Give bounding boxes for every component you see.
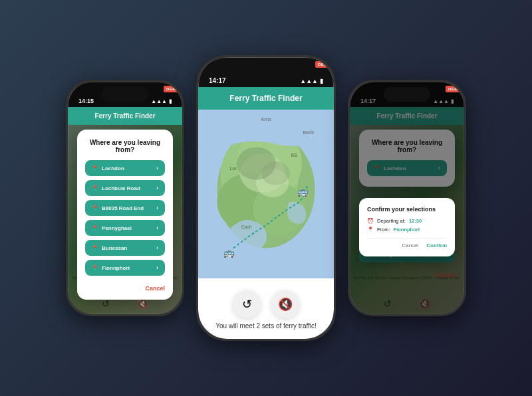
bus-icon-right: 🚌: [297, 186, 309, 197]
chevron-lochbuie: ›: [156, 185, 158, 191]
dynamic-island-right: [384, 87, 430, 102]
center-map: 🚌 🚌 Arns B849 Loc BB Cach: [198, 98, 334, 294]
pin-icon-b8035: 📍: [92, 205, 98, 211]
loc-name-pennyghael: Pennyghael: [102, 225, 132, 231]
mute-button-center[interactable]: 🔇: [271, 290, 299, 318]
status-icons-left: ▲▲▲ ▮: [151, 98, 172, 104]
dynamic-island-left: [102, 87, 148, 102]
confirm-from-label: From:: [377, 227, 390, 233]
confirm-from-value: Fionnphort: [394, 227, 420, 233]
cancel-button-left[interactable]: Cancel: [145, 285, 165, 292]
chevron-bunessan: ›: [156, 245, 158, 251]
map-label-cach: Cach: [241, 225, 252, 229]
pin-icon-pennyghael: 📍: [92, 225, 98, 231]
loc-left-pennyghael: 📍 Pennyghael: [92, 225, 132, 231]
ferry-message: You will meet 2 sets of ferry traffic!: [198, 322, 334, 330]
confirm-confirm-button[interactable]: Confirm: [426, 243, 447, 248]
pin-icon-lochbuie: 📍: [92, 185, 98, 191]
dialog-cancel-left: Cancel: [85, 281, 165, 293]
bottom-icons-left: ↺ 🔇: [68, 298, 182, 309]
map-label-bb: BB: [291, 153, 298, 157]
loc-left-fionnphort: 📍 Fionnphort: [92, 265, 130, 271]
confirm-from-row: 📍 From: Fionnphort: [367, 227, 447, 233]
loc-name-fionnphort: Fionnphort: [102, 265, 130, 271]
pin-icon-confirm: 📍: [367, 227, 374, 233]
confirm-departing-value: 12:30: [409, 218, 422, 224]
center-toolbar: ↺ 🔇: [198, 290, 334, 318]
location-dialog-left: Where are you leaving from? 📍 Lochdon › …: [77, 130, 173, 300]
wifi-icon-left: ▲▲▲: [151, 98, 167, 104]
left-screen: DEMO 14:15 ▲▲▲ ▮ Ferry Traffic Finder Wh…: [68, 82, 182, 314]
battery-icon-center: ▮: [320, 78, 323, 84]
wifi-icon-center: ▲▲▲: [300, 78, 318, 84]
chevron-b8035: ›: [156, 205, 158, 211]
chevron-fionnphort: ›: [156, 264, 158, 271]
battery-icon-left: ▮: [169, 98, 172, 104]
loc-left-lochbuie: 📍 Lochbuie Road: [92, 185, 140, 191]
pin-icon-bunessan: 📍: [92, 245, 98, 251]
loc-left-lochdon: 📍 Lochdon: [92, 165, 124, 171]
confirm-dialog: Confirm your selections ⏰ Departing at: …: [359, 198, 455, 256]
right-phone: DEMO 14:17 ▲▲▲ ▮ Ferry Traffic Finder Wh…: [348, 80, 466, 316]
app-header-center: Ferry Traffic Finder: [198, 87, 334, 110]
location-btn-fionnphort[interactable]: 📍 Fionnphort ›: [85, 260, 165, 276]
status-icons-center: ▲▲▲ ▮: [300, 78, 323, 84]
time-left: 14:15: [78, 98, 94, 104]
map-label-b849: B849: [303, 130, 314, 135]
location-btn-bunessan[interactable]: 📍 Bunessan ›: [85, 240, 165, 256]
dynamic-island-center: [239, 64, 293, 81]
center-bottom-bar: ↺ 🔇 You will meet 2 sets of ferry traffi…: [198, 278, 334, 339]
pin-icon-fionnphort: 📍: [92, 265, 98, 271]
confirm-departing-label: Departing at:: [377, 218, 406, 224]
app-title-left: Ferry Traffic Finder: [68, 112, 182, 120]
loc-name-bunessan: Bunessan: [102, 245, 127, 251]
mute-icon-left[interactable]: 🔇: [137, 298, 148, 309]
svg-point-9: [261, 161, 290, 185]
confirm-title: Confirm your selections: [367, 206, 447, 213]
left-phone: DEMO 14:15 ▲▲▲ ▮ Ferry Traffic Finder Wh…: [66, 80, 184, 316]
demo-badge-left: DEMO: [164, 86, 182, 92]
location-btn-pennyghael[interactable]: 📍 Pennyghael ›: [85, 220, 165, 236]
refresh-icon-left[interactable]: ↺: [102, 298, 110, 309]
app-title-center: Ferry Traffic Finder: [198, 94, 334, 103]
confirm-departing-row: ⏰ Departing at: 12:30: [367, 218, 447, 224]
location-btn-b8035[interactable]: 📍 B8035 Road End ›: [85, 200, 165, 216]
chevron-pennyghael: ›: [156, 225, 158, 231]
bus-icon-left: 🚌: [223, 247, 235, 258]
demo-badge-center: DEMO: [315, 61, 334, 68]
location-btn-lochbuie[interactable]: 📍 Lochbuie Road ›: [85, 180, 165, 196]
loc-name-lochbuie: Lochbuie Road: [102, 185, 140, 191]
loc-left-b8035: 📍 B8035 Road End: [92, 205, 144, 211]
loc-name-b8035: B8035 Road End: [102, 205, 144, 211]
terrain-svg: 🚌 🚌 Arns B849 Loc BB Cach: [198, 98, 334, 294]
refresh-button-center[interactable]: ↺: [233, 290, 261, 318]
map-label-loc: Loc: [229, 166, 237, 171]
dialog-title-left: Where are you leaving from?: [85, 139, 165, 153]
app-header-left: Ferry Traffic Finder: [68, 107, 182, 125]
right-screen: DEMO 14:17 ▲▲▲ ▮ Ferry Traffic Finder Wh…: [350, 82, 464, 314]
confirm-actions: Cancel Confirm: [367, 238, 447, 248]
center-phone: DEMO 14:17 ▲▲▲ ▮ Ferry Traffic Finder: [196, 55, 336, 341]
demo-badge-right: DEMO: [446, 86, 464, 92]
location-btn-lochdon[interactable]: 📍 Lochdon ›: [85, 160, 165, 176]
map-label-arns: Arns: [261, 116, 271, 122]
clock-icon: ⏰: [367, 218, 374, 224]
chevron-lochdon: ›: [156, 165, 158, 171]
loc-left-bunessan: 📍 Bunessan: [92, 245, 127, 251]
loc-name-lochdon: Lochdon: [102, 165, 124, 171]
time-center: 14:17: [209, 77, 226, 84]
center-screen: DEMO 14:17 ▲▲▲ ▮ Ferry Traffic Finder: [198, 57, 334, 339]
confirm-cancel-button[interactable]: Cancel: [402, 243, 418, 248]
pin-icon-lochdon: 📍: [92, 165, 98, 171]
